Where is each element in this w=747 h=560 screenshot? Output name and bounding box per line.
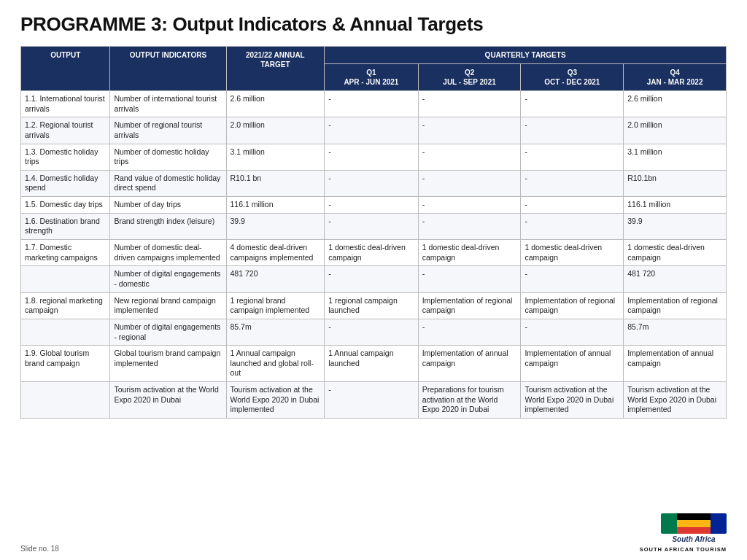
annual-cell: 481 720 [226, 266, 325, 292]
q2-cell: - [418, 170, 521, 196]
table-row: Number of digital engagements - regional… [21, 319, 727, 345]
q1-header: Q1 Apr - Jun 2021 [325, 64, 419, 91]
q2-cell: - [418, 319, 521, 345]
q3-cell: - [521, 91, 624, 117]
col-indicator-header: OUTPUT INDICATORS [110, 47, 226, 91]
q2-cell: - [418, 91, 521, 117]
output-cell: 1.7. Domestic marketing campaigns [21, 240, 110, 266]
logo-sat-text: SOUTH AFRICAN TOURISM [640, 546, 727, 553]
annual-cell: 3.1 million [226, 144, 325, 170]
q4-cell: 3.1 million [624, 144, 727, 170]
q1-cell: - [325, 170, 419, 196]
table-body: 1.1. International tourist arrivalsNumbe… [21, 91, 727, 419]
q4-cell: Tourism activation at the World Expo 202… [624, 382, 727, 419]
output-cell: 1.1. International tourist arrivals [21, 91, 110, 117]
logo-flag-gold [677, 520, 711, 527]
q4-cell: 116.1 million [624, 197, 727, 214]
q1-cell: - [325, 117, 419, 144]
footer: Slide no. 18 South Africa SOUTH AFRICAN … [20, 509, 727, 553]
annual-cell: Tourism activation at the World Expo 202… [226, 382, 325, 419]
page: PROGRAMME 3: Output Indicators & Annual … [0, 0, 747, 560]
logo-container: South Africa SOUTH AFRICAN TOURISM [640, 513, 727, 553]
q3-cell: - [521, 170, 624, 196]
q4-cell: 481 720 [624, 266, 727, 292]
q4-cell: 85.7m [624, 319, 727, 345]
q3-cell: - [521, 266, 624, 292]
q3-cell: - [521, 144, 624, 170]
q1-cell: - [325, 197, 419, 214]
logo-box: South Africa [661, 513, 727, 545]
q3-cell: Tourism activation at the World Expo 202… [521, 382, 624, 419]
indicator-cell: Number of digital engagements - regional [110, 319, 226, 345]
q2-cell: Preparations for tourism activation at t… [418, 382, 521, 419]
indicator-cell: Number of digital engagements - domestic [110, 266, 226, 292]
output-cell [21, 319, 110, 345]
table-row: 1.1. International tourist arrivalsNumbe… [21, 91, 727, 117]
q1-cell: - [325, 91, 419, 117]
q2-cell: - [418, 117, 521, 144]
indicator-cell: Brand strength index (leisure) [110, 213, 226, 239]
output-cell: 1.4. Domestic holiday spend [21, 170, 110, 196]
indicator-cell: Tourism activation at the World Expo 202… [110, 382, 226, 419]
q2-cell: Implementation of regional campaign [418, 292, 521, 319]
q3-cell: - [521, 213, 624, 239]
logo-flag-black [677, 513, 711, 520]
output-cell: 1.6. Destination brand strength [21, 213, 110, 239]
table-row: 1.8. regional marketing campaignNew regi… [21, 292, 727, 319]
q3-header: Q3 Oct - Dec 2021 [521, 64, 624, 91]
annual-cell: 4 domestic deal-driven campaigns impleme… [226, 240, 325, 266]
output-cell: 1.8. regional marketing campaign [21, 292, 110, 319]
page-title: PROGRAMME 3: Output Indicators & Annual … [20, 13, 727, 36]
output-cell: 1.9. Global tourism brand campaign [21, 346, 110, 382]
logo-flag [661, 513, 727, 534]
q2-cell: - [418, 144, 521, 170]
output-cell: 1.5. Domestic day trips [21, 197, 110, 214]
header-row-quarterly: OUTPUT OUTPUT INDICATORS 2021/22 ANNUAL … [21, 47, 727, 64]
q2-cell: - [418, 266, 521, 292]
output-cell: 1.2. Regional tourist arrivals [21, 117, 110, 144]
q2-cell: Implementation of annual campaign [418, 346, 521, 382]
q1-cell: 1 Annual campaign launched [325, 346, 419, 382]
table-row: 1.4. Domestic holiday spendRand value of… [21, 170, 727, 196]
q1-cell: - [325, 319, 419, 345]
q1-cell: - [325, 144, 419, 170]
logo-flag-mid [677, 513, 711, 534]
table-row: 1.3. Domestic holiday tripsNumber of dom… [21, 144, 727, 170]
table-row: Number of digital engagements - domestic… [21, 266, 727, 292]
q3-cell: - [521, 117, 624, 144]
q3-cell: - [521, 319, 624, 345]
q4-cell: 2.0 million [624, 117, 727, 144]
table-row: 1.5. Domestic day tripsNumber of day tri… [21, 197, 727, 214]
annual-cell: 85.7m [226, 319, 325, 345]
q1-cell: - [325, 213, 419, 239]
q1-cell: 1 regional campaign launched [325, 292, 419, 319]
q3-cell: - [521, 197, 624, 214]
q2-header: Q2 Jul - Sep 2021 [418, 64, 521, 91]
logo-flag-blue [711, 513, 727, 534]
indicator-cell: Number of domestic deal-driven campaigns… [110, 240, 226, 266]
q4-cell: 1 domestic deal-driven campaign [624, 240, 727, 266]
indicator-cell: Number of international tourist arrivals [110, 91, 226, 117]
indicator-cell: Rand value of domestic holiday direct sp… [110, 170, 226, 196]
annual-cell: 116.1 million [226, 197, 325, 214]
q2-cell: - [418, 197, 521, 214]
col-output-header: OUTPUT [21, 47, 110, 91]
logo-text: South Africa [661, 535, 727, 543]
annual-cell: 1 regional brand campaign implemented [226, 292, 325, 319]
q3-cell: Implementation of annual campaign [521, 346, 624, 382]
q4-cell: 2.6 million [624, 91, 727, 117]
indicator-cell: Number of day trips [110, 197, 226, 214]
output-cell [21, 266, 110, 292]
q3-cell: 1 domestic deal-driven campaign [521, 240, 624, 266]
indicator-cell: Number of domestic holiday trips [110, 144, 226, 170]
q1-cell: 1 domestic deal-driven campaign [325, 240, 419, 266]
output-cell [21, 382, 110, 419]
q4-cell: Implementation of regional campaign [624, 292, 727, 319]
quarterly-header: QUARTERLY TARGETS [325, 47, 727, 64]
indicator-cell: Number of regional tourist arrivals [110, 117, 226, 144]
slide-number: Slide no. 18 [20, 545, 59, 553]
table-row: 1.6. Destination brand strengthBrand str… [21, 213, 727, 239]
output-cell: 1.3. Domestic holiday trips [21, 144, 110, 170]
logo-flag-green [661, 513, 677, 534]
annual-cell: 39.9 [226, 213, 325, 239]
